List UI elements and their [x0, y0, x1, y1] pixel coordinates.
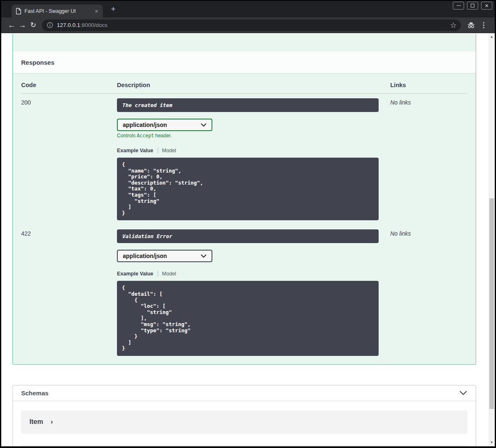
response-code: 422 [21, 229, 117, 356]
tab-title: Fast API - Swagger UI [24, 8, 93, 14]
response-description-cell: Validation Error application/json Exam [117, 229, 390, 356]
response-description-cell: The created item application/json Contro… [117, 98, 390, 220]
forward-icon[interactable]: → [17, 21, 28, 29]
example-json-block: { "detail": [ { "loc": [ "string" ], "ms… [117, 281, 379, 356]
maximize-button[interactable] [467, 2, 478, 10]
maximize-icon [471, 4, 474, 7]
response-row-422: 422 Validation Error application/json [21, 225, 467, 356]
note-prefix: Controls [117, 133, 136, 139]
browser-toolbar: ← → ↻ 127.0.0.1:8000/docs ☆ [1, 17, 495, 33]
media-type-value: application/json [123, 122, 167, 128]
minimize-icon [457, 5, 461, 6]
schemas-title: Schemas [21, 390, 49, 397]
schemas-header[interactable]: Schemas [13, 385, 476, 401]
example-json-block: { "name": "string", "price": 0, "descrip… [117, 158, 379, 220]
example-model-tabs: Example Value Model [117, 270, 390, 277]
accept-header-note: ControlsAcceptheader. [117, 133, 390, 139]
responses-section-header: Responses [13, 51, 476, 73]
close-button[interactable]: ✕ [481, 2, 492, 10]
response-row-200: 200 The created item application/json [21, 94, 467, 220]
new-tab-button[interactable]: + [108, 5, 118, 15]
chevron-down-icon [201, 123, 207, 127]
close-icon: ✕ [484, 3, 489, 8]
reload-icon[interactable]: ↻ [28, 21, 39, 29]
site-info-icon[interactable] [47, 22, 53, 28]
url-path: :8000/docs [80, 22, 107, 28]
note-code: Accept [137, 133, 154, 139]
example-model-tabs: Example Value Model [117, 147, 390, 153]
browser-tab[interactable]: Fast API - Swagger UI × [12, 5, 103, 17]
title-bar: Fast API - Swagger UI × + ✕ [1, 1, 495, 17]
tab-example-value[interactable]: Example Value [117, 148, 153, 153]
response-links: No links [390, 229, 467, 356]
model-item[interactable]: Item › [21, 410, 467, 434]
tab-model[interactable]: Model [162, 271, 176, 277]
address-bar[interactable]: 127.0.0.1:8000/docs ☆ [42, 19, 461, 31]
menu-dots: ⋮ [480, 22, 487, 29]
url-host: 127.0.0.1 [57, 22, 80, 28]
window-controls: ✕ [453, 2, 492, 10]
col-header-description: Description [117, 82, 390, 88]
url-text: 127.0.0.1:8000/docs [57, 22, 448, 28]
response-description: The created item [117, 98, 379, 112]
scroll-up-icon[interactable]: ▲ [489, 34, 495, 40]
opblock-spacer [13, 34, 476, 51]
tab-model[interactable]: Model [162, 148, 176, 153]
chevron-down-icon [201, 254, 207, 258]
scroll-down-icon[interactable]: ▼ [489, 440, 495, 446]
tab-divider [158, 147, 158, 153]
note-suffix: header. [155, 133, 172, 139]
response-description: Validation Error [117, 229, 379, 243]
tab-example-value[interactable]: Example Value [117, 271, 153, 277]
page-content: Responses Code Description Links 200 [1, 33, 495, 446]
tab-close-icon[interactable]: × [93, 8, 100, 14]
response-code: 200 [21, 98, 117, 220]
media-type-select[interactable]: application/json [117, 119, 212, 131]
responses-title: Responses [21, 59, 54, 66]
col-header-links: Links [390, 82, 467, 88]
browser-window: Fast API - Swagger UI × + ✕ ← → ↻ [0, 0, 496, 448]
schemas-body: Item › ValidationError › [13, 401, 476, 446]
col-header-code: Code [21, 82, 117, 88]
browser-chrome: Fast API - Swagger UI × + ✕ ← → ↻ [1, 1, 495, 446]
bookmark-star-icon[interactable]: ☆ [448, 22, 458, 29]
browser-menu-icon[interactable]: ⋮ [477, 22, 490, 29]
tab-divider [158, 270, 158, 277]
response-links: No links [390, 98, 467, 220]
scrollbar-thumb[interactable] [489, 198, 494, 409]
page-favicon-icon [16, 8, 21, 15]
swagger-page: Responses Code Description Links 200 [1, 33, 489, 446]
schemas-section: Schemas Item › ValidationError [12, 385, 476, 446]
chevron-down-icon[interactable] [459, 390, 467, 395]
back-icon[interactable]: ← [6, 21, 17, 29]
responses-table-header: Code Description Links [21, 73, 467, 94]
incognito-icon [465, 22, 477, 29]
media-type-select[interactable]: application/json [117, 250, 212, 262]
model-name: Item [29, 418, 43, 426]
minimize-button[interactable] [453, 2, 464, 10]
media-type-value: application/json [123, 253, 167, 259]
post-opblock: Responses Code Description Links 200 [12, 34, 476, 365]
model-validation-error[interactable]: ValidationError › [21, 445, 467, 446]
chevron-right-icon: › [51, 418, 53, 426]
responses-table: Code Description Links 200 The created i… [13, 73, 476, 364]
page-scrollbar[interactable]: ▲ ▼ [489, 33, 495, 446]
